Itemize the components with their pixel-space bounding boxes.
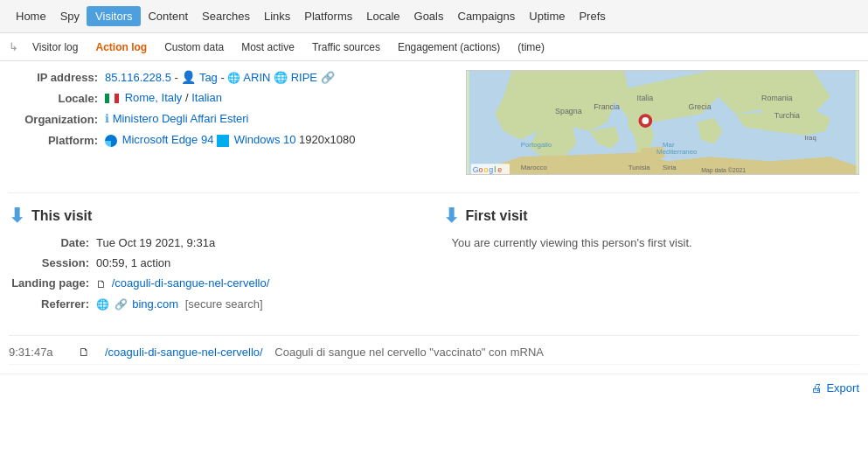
subnav-traffic-sources[interactable]: Traffic sources — [305, 38, 387, 57]
action-url-link-0[interactable]: /coaguli-di-sangue-nel-cervello/ — [105, 346, 263, 359]
svg-text:Portogallo: Portogallo — [521, 141, 552, 149]
locale-language-link[interactable]: Italian — [191, 91, 222, 104]
arin-icon2: 🌐 — [274, 71, 288, 84]
action-desc-0: Coaguli di sangue nel cervello "vaccinat… — [274, 346, 544, 359]
svg-text:Map data ©2021: Map data ©2021 — [701, 167, 746, 174]
this-visit-rows: Date: Tue Oct 19 2021, 9:31a Session: 00… — [9, 236, 426, 311]
nav-platforms[interactable]: Platforms — [297, 10, 359, 23]
locale-row: Locale: Rome, Italy / Italian — [9, 91, 457, 105]
main-content: IP address: 85.116.228.5 - 👤 Tag - 🌐 ARI… — [0, 61, 868, 374]
info-icon: ℹ — [105, 112, 109, 125]
arin-link[interactable]: ARIN — [243, 71, 270, 84]
svg-text:e: e — [497, 165, 502, 174]
first-visit-column: ⬇ First visit You are currently viewing … — [443, 206, 860, 318]
action-url-0: /coaguli-di-sangue-nel-cervello/ Coaguli… — [105, 346, 544, 359]
indent-symbol: ↳ — [9, 40, 18, 53]
nav-campaigns[interactable]: Campaigns — [451, 10, 523, 23]
platform-row: Platform: Microsoft Edge 94 Windows 10 1… — [9, 133, 457, 147]
tag-link[interactable]: Tag — [199, 71, 218, 84]
export-button[interactable]: 🖨 Export — [811, 381, 859, 395]
landing-url-link[interactable]: /coaguli-di-sangue-nel-cervello/ — [112, 276, 270, 290]
subnav-most-active[interactable]: Most active — [234, 38, 302, 57]
ripe-link[interactable]: RIPE — [291, 71, 317, 84]
subnav-visitor-log[interactable]: Visitor log — [25, 38, 85, 57]
export-area: 🖨 Export — [0, 374, 868, 402]
referrer-note: [secure search] — [185, 297, 263, 311]
svg-text:Tunisia: Tunisia — [628, 164, 651, 171]
svg-text:g: g — [489, 165, 493, 174]
ripe-icon: 🔗 — [321, 71, 335, 84]
ip-label: IP address: — [9, 70, 105, 84]
tag-icon: 👤 — [181, 70, 196, 84]
windows-icon — [217, 135, 229, 147]
nav-goals[interactable]: Goals — [407, 10, 451, 23]
svg-text:Mar: Mar — [663, 141, 675, 149]
subnav-engagement[interactable]: Engagement (actions) — [391, 38, 507, 57]
nav-spy[interactable]: Spy — [53, 10, 87, 23]
os-link[interactable]: Windows 10 — [234, 133, 296, 146]
first-visit-message: You are currently viewing this person's … — [443, 236, 860, 249]
nav-visitors-active[interactable]: Visitors — [87, 6, 141, 26]
map-svg: Spagna Francia Italia Grecia Romania Tur… — [467, 71, 858, 174]
referrer-domain-link[interactable]: bing.com — [132, 297, 178, 311]
export-icon: 🖨 — [811, 381, 823, 395]
referrer-icon1: 🌐 — [96, 298, 109, 311]
referrer-row: Referrer: 🌐 🔗 bing.com [secure search] — [9, 297, 426, 311]
svg-text:Siria: Siria — [663, 164, 677, 171]
svg-text:Francia: Francia — [594, 102, 620, 111]
top-navigation: Home Spy Visitors Content Searches Links… — [0, 0, 868, 33]
referrer-value: 🌐 🔗 bing.com [secure search] — [96, 297, 426, 311]
map-container: Spagna Francia Italia Grecia Romania Tur… — [466, 70, 859, 175]
action-log-section: 9:31:47a 🗋 /coaguli-di-sangue-nel-cervel… — [9, 335, 859, 365]
nav-home[interactable]: Home — [9, 10, 53, 23]
svg-text:Spagna: Spagna — [555, 107, 582, 115]
action-row-0: 9:31:47a 🗋 /coaguli-di-sangue-nel-cervel… — [9, 340, 859, 365]
org-name-link[interactable]: Ministero Degli Affari Esteri — [113, 112, 249, 125]
sub-navigation: ↳ Visitor log Action log Custom data Mos… — [0, 33, 868, 61]
nav-uptime[interactable]: Uptime — [522, 10, 572, 23]
locale-city-link[interactable]: Rome, Italy — [125, 91, 183, 104]
date-label: Date: — [9, 236, 96, 249]
nav-locale[interactable]: Locale — [359, 10, 406, 23]
locale-value: Rome, Italy / Italian — [105, 91, 457, 104]
nav-searches[interactable]: Searches — [195, 10, 257, 23]
session-label: Session: — [9, 256, 96, 269]
svg-text:Mediterraneo: Mediterraneo — [656, 148, 698, 156]
ip-address-link[interactable]: 85.116.228.5 — [105, 71, 171, 84]
nav-links[interactable]: Links — [257, 10, 297, 23]
this-visit-title: ⬇ This visit — [9, 206, 426, 226]
landing-row: Landing page: 🗋 /coaguli-di-sangue-nel-c… — [9, 276, 426, 290]
action-time-0: 9:31:47a — [9, 346, 79, 359]
first-visit-icon: ⬇ — [443, 206, 459, 226]
ip-row: IP address: 85.116.228.5 - 👤 Tag - 🌐 ARI… — [9, 70, 457, 84]
action-page-icon: 🗋 — [79, 346, 105, 359]
edge-icon — [105, 135, 117, 147]
svg-point-15 — [642, 117, 649, 124]
browser-link[interactable]: Microsoft Edge 94 — [122, 133, 214, 146]
nav-content[interactable]: Content — [141, 10, 195, 23]
nav-prefs[interactable]: Prefs — [572, 10, 612, 23]
export-label: Export — [826, 381, 859, 395]
date-value: Tue Oct 19 2021, 9:31a — [96, 236, 426, 249]
subnav-custom-data[interactable]: Custom data — [157, 38, 231, 57]
session-row: Session: 00:59, 1 action — [9, 256, 426, 269]
svg-text:Turchia: Turchia — [774, 111, 800, 120]
referrer-icon2: 🔗 — [115, 298, 128, 311]
svg-text:Marocco: Marocco — [521, 164, 548, 171]
svg-text:o: o — [479, 165, 483, 174]
svg-text:l: l — [494, 165, 496, 174]
org-row: Organization: ℹ Ministero Degli Affari E… — [9, 112, 457, 126]
locale-label: Locale: — [9, 91, 105, 105]
visitor-info-table: IP address: 85.116.228.5 - 👤 Tag - 🌐 ARI… — [9, 70, 466, 175]
platform-label: Platform: — [9, 133, 105, 147]
session-value: 00:59, 1 action — [96, 256, 426, 269]
this-visit-label: This visit — [31, 208, 92, 224]
landing-value: 🗋 /coaguli-di-sangue-nel-cervello/ — [96, 276, 426, 290]
subnav-action-log[interactable]: Action log — [88, 38, 154, 57]
date-row: Date: Tue Oct 19 2021, 9:31a — [9, 236, 426, 249]
svg-text:Romania: Romania — [761, 94, 792, 102]
resolution-value: 1920x1080 — [299, 133, 355, 146]
svg-text:Grecia: Grecia — [689, 102, 712, 111]
referrer-label: Referrer: — [9, 297, 96, 311]
subnav-time[interactable]: (time) — [510, 38, 552, 57]
